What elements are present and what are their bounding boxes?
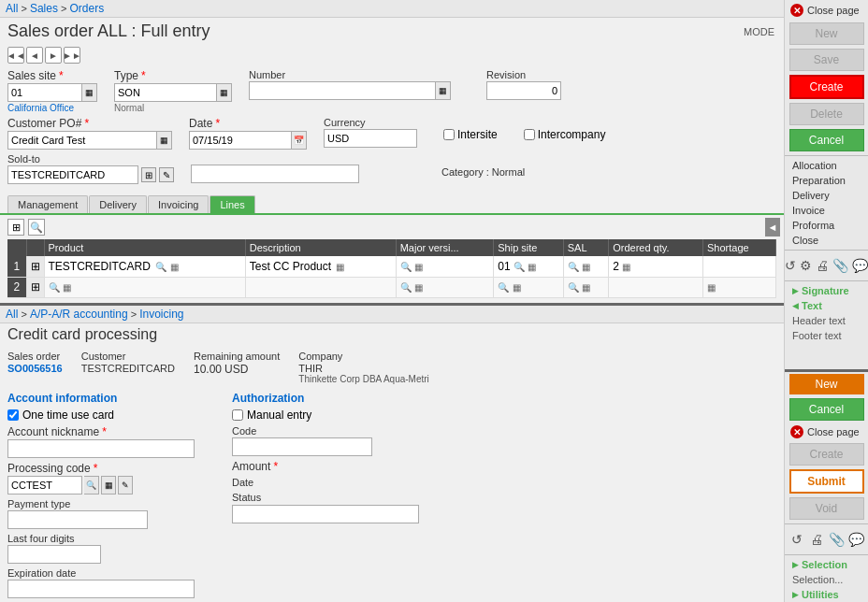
nav-next[interactable]: ► bbox=[45, 47, 62, 64]
row2-sal-icon[interactable]: ▦ bbox=[582, 282, 590, 293]
cancel-btn-bottom[interactable]: Cancel bbox=[789, 398, 864, 421]
lines-search-btn[interactable]: 🔍 bbox=[28, 219, 45, 236]
customer-po-icon[interactable]: ▦ bbox=[157, 131, 172, 150]
row1-major[interactable]: 🔍 ▦ bbox=[396, 256, 494, 277]
processing-code-input[interactable] bbox=[7, 476, 82, 494]
bottom-print-icon[interactable]: 🖨 bbox=[808, 530, 824, 549]
selection-sub[interactable]: Selection... bbox=[785, 572, 868, 587]
cancel-btn-top[interactable]: Cancel bbox=[789, 129, 864, 151]
header-text[interactable]: Header text bbox=[785, 313, 868, 328]
manual-entry-checkbox[interactable] bbox=[232, 409, 243, 421]
customer-po-input[interactable] bbox=[7, 131, 157, 150]
sales-site-input[interactable] bbox=[7, 83, 82, 102]
code-input[interactable] bbox=[232, 437, 372, 456]
delete-btn[interactable]: Delete bbox=[789, 103, 864, 125]
tab-lines[interactable]: Lines bbox=[210, 195, 254, 213]
row1-ship-icon[interactable]: ▦ bbox=[528, 262, 536, 272]
sold-to-name-input[interactable] bbox=[191, 165, 359, 183]
breadcrumb-sales[interactable]: Sales bbox=[30, 2, 58, 15]
lines-collapse-btn[interactable]: ◄ bbox=[765, 218, 780, 236]
number-icon[interactable]: ▦ bbox=[436, 81, 451, 100]
row2-product-icon[interactable]: ▦ bbox=[63, 282, 71, 293]
number-input[interactable] bbox=[249, 81, 436, 100]
intercompany-checkbox[interactable] bbox=[524, 129, 535, 140]
processing-search-icon[interactable]: 🔍 bbox=[84, 476, 99, 494]
tab-delivery[interactable]: Delivery bbox=[89, 195, 147, 213]
row2-ship-search[interactable]: 🔍 bbox=[498, 282, 509, 293]
lines-add-btn[interactable]: ⊞ bbox=[7, 219, 24, 236]
sold-to-icon2[interactable]: ✎ bbox=[159, 167, 174, 182]
new-btn-top[interactable]: New bbox=[789, 22, 864, 45]
breadcrumb-bottom-accounting[interactable]: A/P-A/R accounting bbox=[30, 308, 128, 321]
row2-shortage-icon[interactable]: ▦ bbox=[707, 282, 716, 293]
nav-first[interactable]: ◄◄ bbox=[7, 47, 24, 64]
intersite-checkbox[interactable] bbox=[443, 129, 455, 140]
row1-desc-icon[interactable]: ▦ bbox=[336, 262, 344, 272]
row1-qty-icon[interactable]: ▦ bbox=[622, 262, 630, 272]
new-btn-bottom[interactable]: New bbox=[789, 374, 864, 394]
attachment-icon[interactable]: 📎 bbox=[832, 256, 848, 275]
processing-icon2[interactable]: ✎ bbox=[118, 476, 133, 494]
nav-last[interactable]: ►► bbox=[64, 47, 80, 64]
sold-to-icon1[interactable]: ⊞ bbox=[141, 167, 156, 182]
row2-product-search[interactable]: 🔍 bbox=[49, 282, 60, 293]
row1-ship-search[interactable]: 🔍 bbox=[514, 262, 525, 272]
footer-text[interactable]: Footer text bbox=[785, 328, 868, 343]
currency-input[interactable] bbox=[324, 129, 417, 148]
row1-icon[interactable]: ⊞ bbox=[26, 256, 44, 277]
date-input[interactable] bbox=[189, 131, 292, 150]
processing-icon1[interactable]: ▦ bbox=[101, 476, 116, 494]
create-btn-bottom[interactable]: Create bbox=[789, 443, 864, 466]
menu-preparation[interactable]: Preparation bbox=[785, 173, 868, 188]
selection-section[interactable]: ▶ Selection bbox=[785, 557, 868, 572]
row2-sal-search[interactable]: 🔍 bbox=[568, 282, 579, 293]
row2-ship-site[interactable]: 🔍 ▦ bbox=[494, 277, 563, 297]
sold-to-input[interactable] bbox=[7, 165, 138, 184]
row1-ship-site[interactable]: 01 🔍 ▦ bbox=[494, 256, 563, 277]
menu-invoice[interactable]: Invoice bbox=[785, 203, 868, 218]
row2-major-icon[interactable]: ▦ bbox=[414, 282, 423, 293]
row2-major[interactable]: 🔍 ▦ bbox=[396, 277, 494, 297]
submit-btn[interactable]: Submit bbox=[789, 469, 864, 494]
menu-close[interactable]: Close bbox=[785, 233, 868, 248]
row1-major-search[interactable]: 🔍 bbox=[400, 262, 412, 272]
row1-product-search[interactable]: 🔍 bbox=[155, 262, 166, 272]
status-input[interactable] bbox=[232, 505, 419, 523]
row2-sal[interactable]: 🔍 ▦ bbox=[563, 277, 608, 297]
date-calendar-icon[interactable]: 📅 bbox=[292, 131, 307, 150]
settings-icon[interactable]: ⚙ bbox=[800, 256, 812, 275]
breadcrumb-orders[interactable]: Orders bbox=[69, 2, 104, 15]
row1-ordered-qty[interactable]: 2 ▦ bbox=[609, 256, 703, 277]
create-btn[interactable]: Create bbox=[789, 75, 864, 99]
row2-description[interactable] bbox=[245, 277, 396, 297]
tab-invoicing[interactable]: Invoicing bbox=[148, 195, 209, 213]
row1-major-icon[interactable]: ▦ bbox=[414, 262, 423, 272]
utilities-section[interactable]: ▶ Utilities bbox=[785, 587, 868, 602]
close-page-btn[interactable]: ✕ Close page bbox=[785, 0, 868, 21]
text-section[interactable]: ◀ Text bbox=[785, 298, 868, 313]
one-time-checkbox[interactable] bbox=[7, 409, 19, 421]
last-four-input[interactable] bbox=[7, 545, 101, 564]
row2-ship-icon[interactable]: ▦ bbox=[513, 282, 521, 293]
print-icon[interactable]: 🖨 bbox=[816, 256, 829, 275]
signature-section[interactable]: ▶ Signature bbox=[785, 283, 868, 298]
menu-allocation[interactable]: Allocation bbox=[785, 158, 868, 173]
refresh-icon[interactable]: ↺ bbox=[785, 256, 796, 275]
nav-prev[interactable]: ◄ bbox=[26, 47, 43, 64]
save-btn[interactable]: Save bbox=[789, 49, 864, 71]
type-icon[interactable]: ▦ bbox=[217, 83, 232, 102]
breadcrumb-bottom-invoicing[interactable]: Invoicing bbox=[139, 308, 183, 321]
row1-sal-search[interactable]: 🔍 bbox=[568, 262, 579, 272]
row2-product[interactable]: 🔍 ▦ bbox=[44, 277, 245, 297]
row2-major-search[interactable]: 🔍 bbox=[400, 282, 412, 293]
sales-order-value[interactable]: SO0056516 bbox=[7, 363, 63, 374]
row1-description[interactable]: Test CC Product ▦ bbox=[245, 256, 396, 277]
menu-proforma[interactable]: Proforma bbox=[785, 218, 868, 233]
row2-ordered-qty[interactable] bbox=[609, 277, 703, 297]
expiration-input[interactable] bbox=[7, 580, 195, 598]
bottom-refresh-icon[interactable]: ↺ bbox=[788, 530, 804, 549]
bottom-attachment-icon[interactable]: 📎 bbox=[829, 530, 845, 549]
bottom-chat-icon[interactable]: 💬 bbox=[848, 530, 864, 549]
menu-delivery[interactable]: Delivery bbox=[785, 188, 868, 203]
breadcrumb-bottom-all[interactable]: All bbox=[6, 308, 18, 321]
